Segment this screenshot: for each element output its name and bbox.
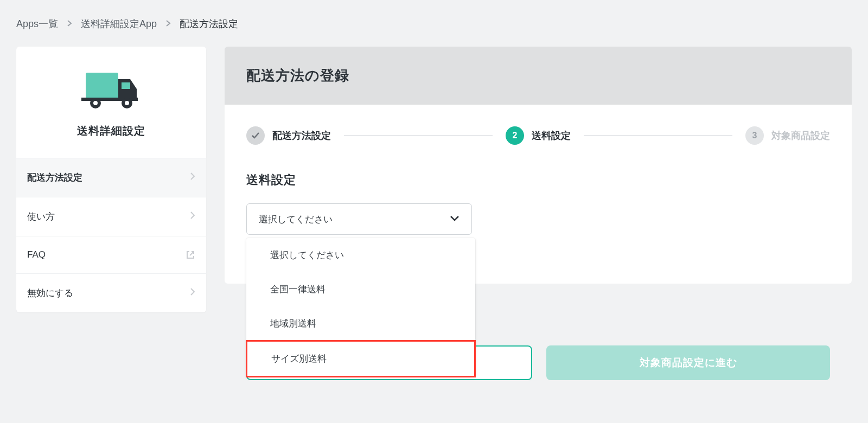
sidebar-hero: 送料詳細設定 (16, 47, 206, 158)
svg-point-6 (125, 101, 129, 105)
sidebar: 送料詳細設定 配送方法設定 使い方 FAQ (16, 47, 206, 312)
step-2: 2 送料設定 (506, 126, 571, 145)
step-1: 配送方法設定 (246, 126, 331, 145)
sidebar-item-usage[interactable]: 使い方 (16, 197, 206, 236)
main-header: 配送方法の登録 (225, 47, 852, 105)
stepper: 配送方法設定 2 送料設定 3 対象商品設定 (246, 126, 830, 145)
select-dropdown: 選択してください 全国一律送料 地域別送料 サイズ別送料 (246, 238, 475, 377)
breadcrumb-current: 配送方法設定 (180, 17, 238, 30)
option-flat-rate[interactable]: 全国一律送料 (246, 272, 475, 306)
step-line (344, 135, 493, 136)
sidebar-item-disable[interactable]: 無効にする (16, 273, 206, 312)
step-line (584, 135, 732, 136)
sidebar-title: 送料詳細設定 (27, 124, 195, 138)
step-number: 2 (506, 126, 524, 145)
sidebar-item-shipping-method[interactable]: 配送方法設定 (16, 158, 206, 197)
svg-rect-1 (122, 82, 130, 89)
step-label: 配送方法設定 (272, 129, 331, 142)
section-title: 送料設定 (246, 172, 830, 188)
chevron-right-icon (165, 19, 171, 29)
svg-rect-0 (86, 73, 118, 99)
next-button[interactable]: 対象商品設定に進む (546, 345, 830, 380)
sidebar-item-label: 使い方 (27, 210, 55, 223)
chevron-right-icon (67, 19, 72, 29)
sidebar-item-label: FAQ (27, 249, 46, 260)
option-by-region[interactable]: 地域別送料 (246, 306, 475, 341)
breadcrumb-link-apps[interactable]: Apps一覧 (16, 17, 58, 30)
external-link-icon (186, 250, 195, 260)
breadcrumb-link-app[interactable]: 送料詳細設定App (81, 17, 157, 30)
step-3: 3 対象商品設定 (745, 126, 830, 145)
chevron-right-icon (190, 172, 195, 183)
chevron-right-icon (190, 211, 195, 222)
sidebar-item-faq[interactable]: FAQ (16, 236, 206, 273)
truck-icon (81, 68, 141, 113)
shipping-fee-select[interactable]: 選択してください (246, 203, 472, 235)
step-label: 送料設定 (532, 129, 571, 142)
option-by-size[interactable]: サイズ別送料 (246, 340, 476, 377)
check-icon (246, 126, 265, 145)
chevron-down-icon (450, 214, 459, 225)
chevron-right-icon (190, 287, 195, 299)
step-number: 3 (745, 126, 764, 145)
page-title: 配送方法の登録 (246, 66, 830, 85)
sidebar-item-label: 配送方法設定 (27, 171, 82, 184)
breadcrumb: Apps一覧 送料詳細設定App 配送方法設定 (0, 0, 868, 47)
sidebar-item-label: 無効にする (27, 287, 73, 299)
option-placeholder[interactable]: 選択してください (246, 238, 475, 272)
main: 配送方法の登録 配送方法設定 2 送料設定 3 対象商品設定 (225, 47, 852, 312)
select-value: 選択してください (259, 213, 333, 226)
step-label: 対象商品設定 (771, 129, 830, 142)
svg-point-4 (93, 101, 98, 105)
